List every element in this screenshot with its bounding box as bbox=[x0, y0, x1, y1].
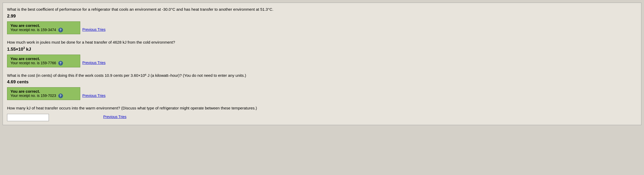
answer-2-unit: kJ bbox=[25, 47, 31, 52]
answer-2-value: 1.55×103 kJ bbox=[7, 46, 637, 52]
main-content: What is the best coefficient of performa… bbox=[3, 3, 641, 125]
prev-tries-link-2[interactable]: Previous Tries bbox=[82, 61, 106, 65]
question-2-section: How much work in joules must be done for… bbox=[7, 39, 637, 71]
help-icon-3[interactable]: ? bbox=[58, 94, 63, 98]
question-3-section: What is the cost (in cents) of doing thi… bbox=[7, 73, 637, 104]
prev-tries-link-3[interactable]: Previous Tries bbox=[82, 94, 106, 98]
correct-box-2: You are correct. Your receipt no. is 159… bbox=[7, 55, 80, 67]
receipt-no-2: 159-7766 bbox=[41, 61, 56, 65]
correct-row-3: You are correct. Your receipt no. is 159… bbox=[7, 87, 637, 104]
receipt-no-3: 159-7023 bbox=[41, 94, 56, 98]
answer-3-value: 4.69 cents bbox=[7, 79, 637, 85]
receipt-1: Your receipt no. is 159-3474 ? bbox=[10, 28, 63, 32]
answer-2-main: 1.55×10 bbox=[7, 47, 23, 52]
answer-4-input[interactable] bbox=[7, 114, 49, 121]
receipt-no-1: 159-3474 bbox=[41, 28, 56, 32]
correct-box-1: You are correct. Your receipt no. is 159… bbox=[7, 21, 80, 34]
correct-box-inner-2: You are correct. Your receipt no. is 159… bbox=[10, 56, 63, 66]
correct-row-1: You are correct. Your receipt no. is 159… bbox=[7, 21, 637, 38]
correct-box-3: You are correct. Your receipt no. is 159… bbox=[7, 87, 80, 100]
question-4-section: How many kJ of heat transfer occurs into… bbox=[7, 105, 637, 121]
correct-label-2: You are correct. bbox=[10, 56, 63, 61]
correct-label-1: You are correct. bbox=[10, 23, 63, 28]
prev-tries-link-4[interactable]: Previous Tries bbox=[103, 115, 126, 119]
correct-box-inner-1: You are correct. Your receipt no. is 159… bbox=[10, 23, 63, 32]
help-icon-1[interactable]: ? bbox=[58, 28, 63, 32]
receipt-3: Your receipt no. is 159-7023 ? bbox=[10, 94, 63, 98]
question-4-text: How many kJ of heat transfer occurs into… bbox=[7, 105, 637, 111]
prev-tries-link-1[interactable]: Previous Tries bbox=[82, 27, 106, 32]
correct-row-2: You are correct. Your receipt no. is 159… bbox=[7, 55, 637, 71]
question-2-text: How much work in joules must be done for… bbox=[7, 39, 637, 45]
question-1-text: What is the best coefficient of performa… bbox=[7, 7, 637, 13]
correct-box-inner-3: You are correct. Your receipt no. is 159… bbox=[10, 89, 63, 98]
answer-1-value: 2.99 bbox=[7, 14, 637, 19]
question-3-text: What is the cost (in cents) of doing thi… bbox=[7, 73, 637, 79]
correct-label-3: You are correct. bbox=[10, 89, 63, 94]
question-1-section: What is the best coefficient of performa… bbox=[7, 7, 637, 38]
answer-3-unit: cents bbox=[16, 79, 28, 84]
receipt-2: Your receipt no. is 159-7766 ? bbox=[10, 61, 63, 66]
answer-3-main: 4.69 bbox=[7, 79, 16, 84]
help-icon-2[interactable]: ? bbox=[58, 61, 63, 66]
